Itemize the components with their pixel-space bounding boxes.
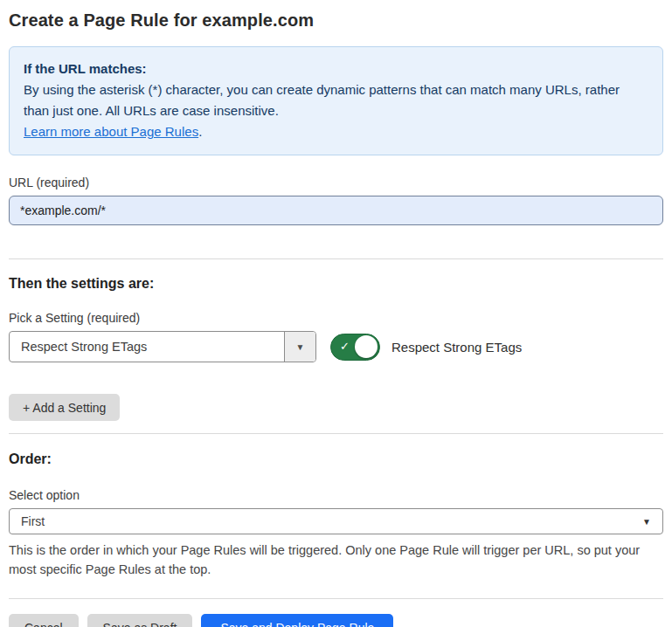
url-label: URL (required) — [9, 176, 663, 189]
link-suffix: . — [198, 124, 202, 139]
order-heading: Order: — [9, 451, 663, 467]
order-select[interactable]: First ▼ — [9, 508, 663, 534]
divider — [9, 258, 663, 259]
create-page-rule-form: Create a Page Rule for example.com If th… — [0, 0, 672, 627]
order-select-value: First — [21, 514, 45, 528]
add-setting-button[interactable]: + Add a Setting — [9, 394, 120, 421]
order-help-text: This is the order in which your Page Rul… — [9, 541, 660, 579]
select-option-label: Select option — [9, 488, 663, 502]
cancel-button[interactable]: Cancel — [9, 614, 79, 627]
setting-select-value: Respect Strong ETags — [10, 332, 284, 362]
info-box-heading: If the URL matches: — [24, 59, 648, 79]
learn-more-link[interactable]: Learn more about Page Rules — [24, 124, 198, 139]
toggle-knob — [355, 335, 378, 358]
chevron-down-icon: ▼ — [296, 342, 305, 352]
page-title: Create a Page Rule for example.com — [9, 10, 663, 31]
settings-heading: Then the settings are: — [9, 276, 663, 292]
divider — [9, 433, 663, 434]
url-input[interactable] — [9, 196, 663, 225]
respect-strong-etags-toggle[interactable]: ✓ — [330, 334, 380, 361]
setting-select-arrow-button[interactable]: ▼ — [284, 332, 315, 362]
save-and-deploy-button[interactable]: Save and Deploy Page Rule — [201, 614, 393, 627]
check-icon: ✓ — [340, 340, 350, 353]
actions-row: Cancel Save as Draft Save and Deploy Pag… — [9, 614, 663, 627]
url-match-info-box: If the URL matches: By using the asteris… — [9, 46, 663, 155]
setting-row: Respect Strong ETags ▼ ✓ Respect Strong … — [9, 331, 663, 362]
setting-select[interactable]: Respect Strong ETags ▼ — [9, 331, 316, 362]
save-as-draft-button[interactable]: Save as Draft — [87, 614, 193, 627]
toggle-label: Respect Strong ETags — [391, 340, 522, 355]
chevron-down-icon: ▼ — [642, 517, 651, 527]
divider — [9, 598, 663, 599]
info-box-body: By using the asterisk (*) character, you… — [24, 79, 648, 121]
url-section: URL (required) — [9, 176, 663, 225]
info-box-link-line: Learn more about Page Rules. — [24, 121, 648, 142]
pick-setting-label: Pick a Setting (required) — [9, 311, 663, 325]
